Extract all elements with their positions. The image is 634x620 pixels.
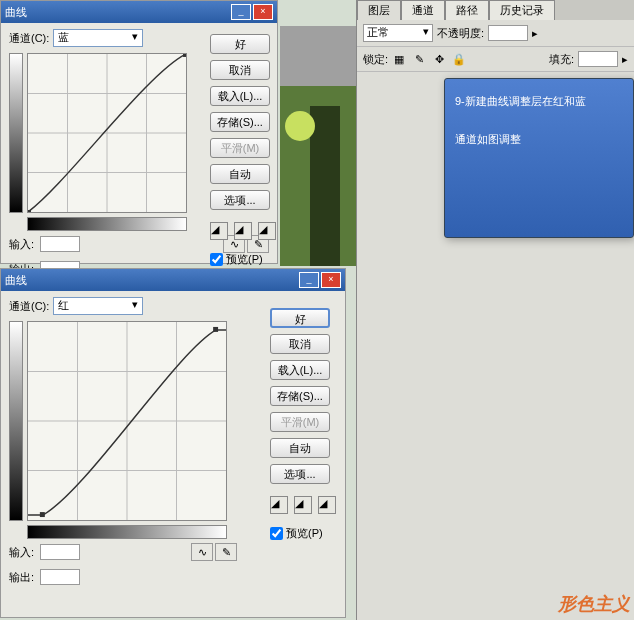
lock-image-icon[interactable]: ✎ [412,52,426,66]
close-btn[interactable]: × [253,4,273,20]
auto-button[interactable]: 自动 [270,438,330,458]
svg-point-19 [285,111,315,141]
document-preview [280,26,356,266]
annotation-line2: 通道如图调整 [455,131,623,149]
channel-label: 通道(C): [9,299,49,314]
channel-select[interactable]: 蓝 ▾ [53,29,143,47]
opacity-label: 不透明度: [437,26,484,41]
pencil-tool[interactable]: ✎ [215,543,237,561]
auto-button[interactable]: 自动 [210,164,270,184]
preview-checkbox-input[interactable] [210,253,223,266]
lock-label: 锁定: [363,52,388,67]
channel-label: 通道(C): [9,31,49,46]
tab-paths[interactable]: 路径 [445,0,489,20]
svg-rect-6 [28,210,31,212]
cancel-button[interactable]: 取消 [270,334,330,354]
save-button[interactable]: 存储(S)... [270,386,330,406]
gradient-horizontal [27,217,187,231]
eyedropper-white-icon[interactable]: ◢ [318,496,336,514]
dialog-title: 曲线 [5,273,27,288]
minimize-btn[interactable]: _ [231,4,251,20]
fill-label: 填充: [549,52,574,67]
smooth-button: 平滑(M) [270,412,330,432]
opacity-input[interactable] [488,25,528,41]
curve-canvas[interactable] [27,53,187,213]
output-field[interactable] [40,569,80,585]
eyedropper-black-icon[interactable]: ◢ [210,222,228,240]
fill-input[interactable] [578,51,618,67]
dialog-title: 曲线 [5,5,27,20]
preview-checkbox[interactable]: 预览(P) [210,252,276,267]
svg-rect-15 [213,327,218,332]
cancel-button[interactable]: 取消 [210,60,270,80]
load-button[interactable]: 载入(L)... [270,360,330,380]
input-row: 输入: ∿ ✎ [1,539,345,565]
preview-checkbox-input[interactable] [270,527,283,540]
input-field[interactable] [40,544,80,560]
panel-tabs: 图层 通道 路径 历史记录 [357,0,634,20]
tab-history[interactable]: 历史记录 [489,0,555,20]
tab-layers[interactable]: 图层 [357,0,401,20]
curve-svg [28,322,226,520]
lock-position-icon[interactable]: ✥ [432,52,446,66]
lock-fill-row: 锁定: ▦ ✎ ✥ 🔒 填充: ▸ [357,47,634,72]
channel-select[interactable]: 红 ▾ [53,297,143,315]
input-label: 输入: [9,545,34,560]
options-button[interactable]: 选项... [210,190,270,210]
eyedropper-row: ◢ ◢ ◢ [210,222,276,240]
smooth-button: 平滑(M) [210,138,270,158]
options-button[interactable]: 选项... [270,464,330,484]
eyedropper-black-icon[interactable]: ◢ [270,496,288,514]
blend-opacity-row: 正常 ▾ 不透明度: ▸ [357,20,634,47]
gradient-vertical [9,53,23,213]
save-button[interactable]: 存储(S)... [210,112,270,132]
output-row: 输出: [1,565,345,589]
tab-channels[interactable]: 通道 [401,0,445,20]
gradient-vertical [9,321,23,521]
annotation-overlay: 9-新建曲线调整层在红和蓝 通道如图调整 [444,78,634,238]
lock-transparency-icon[interactable]: ▦ [392,52,406,66]
eyedropper-row: ◢ ◢ ◢ [270,496,336,514]
input-field[interactable] [40,236,80,252]
output-label: 输出: [9,570,34,585]
load-button[interactable]: 载入(L)... [210,86,270,106]
curve-svg [28,54,186,212]
ok-button[interactable]: 好 [270,308,330,328]
svg-rect-18 [310,106,340,266]
point-tool[interactable]: ∿ [191,543,213,561]
dialog2-side-buttons: 好 取消 载入(L)... 存储(S)... 平滑(M) 自动 选项... ◢ … [270,308,336,541]
eyedropper-white-icon[interactable]: ◢ [258,222,276,240]
titlebar[interactable]: 曲线 _ × [1,269,345,291]
window-controls: _ × [299,272,341,288]
eyedropper-gray-icon[interactable]: ◢ [234,222,252,240]
close-btn[interactable]: × [321,272,341,288]
eyedropper-gray-icon[interactable]: ◢ [294,496,312,514]
curve-tool-buttons: ∿ ✎ [191,543,237,561]
dialog1-side-buttons: 好 取消 载入(L)... 存储(S)... 平滑(M) 自动 选项... ◢ … [210,34,276,267]
watermark-main: 形色主义 [558,592,630,616]
minimize-btn[interactable]: _ [299,272,319,288]
preview-checkbox[interactable]: 预览(P) [270,526,336,541]
titlebar[interactable]: 曲线 _ × [1,1,277,23]
blend-mode-select[interactable]: 正常 ▾ [363,24,433,42]
ok-button[interactable]: 好 [210,34,270,54]
svg-rect-7 [183,54,186,57]
svg-rect-14 [40,512,45,517]
fill-slider-icon[interactable]: ▸ [622,53,628,66]
annotation-line1: 9-新建曲线调整层在红和蓝 [455,93,623,111]
curve-canvas[interactable] [27,321,227,521]
window-controls: _ × [231,4,273,20]
input-label: 输入: [9,237,34,252]
lock-icons: ▦ ✎ ✥ 🔒 [392,52,466,66]
gradient-horizontal [27,525,227,539]
opacity-slider-icon[interactable]: ▸ [532,27,538,40]
lock-all-icon[interactable]: 🔒 [452,52,466,66]
